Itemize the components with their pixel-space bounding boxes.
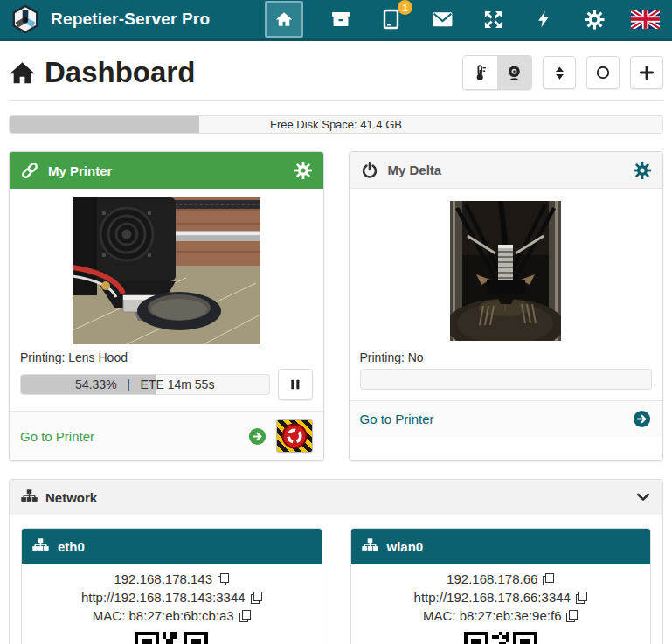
- webcam-frame: [360, 197, 653, 344]
- ip-line: 192.168.178.143: [27, 570, 316, 588]
- printer-cards-row: My Printer: [9, 151, 663, 461]
- printer-card-header: My Printer: [10, 152, 323, 189]
- server-url: http://192.168.178.66:3344: [414, 590, 571, 605]
- network-card-header: eth0: [22, 529, 322, 564]
- repetier-logo-icon: [10, 4, 40, 34]
- printer-card-body: Printing: Lens Hood 54.33% | ETE 14m 55s: [10, 189, 323, 411]
- pause-icon: [288, 377, 302, 391]
- sitemap-icon: [362, 538, 378, 555]
- interface-name: wlan0: [387, 539, 424, 554]
- nav-messages-button[interactable]: [429, 6, 455, 32]
- navbar: Repetier-Server Pro 1: [0, 0, 672, 41]
- mac-line: MAC: b8:27:eb:6b:cb:a3: [27, 606, 316, 625]
- network-card-header: wlan0: [351, 529, 651, 564]
- navbar-menu: 1: [265, 1, 662, 38]
- network-card-body: 192.168.178.66 http://192.168.178.66:334…: [351, 564, 651, 644]
- webcam-frame: [20, 197, 313, 344]
- nav-home-button[interactable]: [265, 1, 303, 38]
- network-card-eth0: eth0 192.168.178.143 http://192.168.178.…: [21, 528, 322, 644]
- emergency-stop-button[interactable]: [276, 419, 313, 453]
- print-progress-row: 54.33% | ETE 14m 55s: [20, 369, 313, 400]
- print-status: Printing: Lens Hood: [20, 350, 313, 364]
- nav-expand-button[interactable]: [480, 6, 506, 32]
- header-divider: [9, 100, 663, 101]
- print-progress-row: [360, 369, 653, 390]
- nav-language-button[interactable]: [632, 6, 658, 32]
- home-icon: [274, 10, 294, 29]
- copy-icon[interactable]: [239, 610, 251, 622]
- webcam-icon: [505, 64, 523, 82]
- url-line: http://192.168.178.66:3344: [357, 588, 646, 606]
- chevron-down-icon[interactable]: [635, 489, 651, 505]
- sitemap-icon: [21, 489, 38, 506]
- pause-button[interactable]: [278, 369, 313, 400]
- network-card-body: 192.168.178.143 http://192.168.178.143:3…: [22, 564, 322, 644]
- disk-space-bar: Free Disk Space: 41.4 GB: [9, 115, 663, 134]
- envelope-icon: [432, 9, 454, 31]
- network-panel-title: Network: [45, 490, 97, 505]
- network-panel-body: eth0 192.168.178.143 http://192.168.178.…: [10, 515, 662, 644]
- arrows-expand-icon: [483, 10, 503, 30]
- link-icon: [20, 161, 39, 180]
- ip-address: 192.168.178.143: [114, 571, 212, 586]
- app-title: Repetier-Server Pro: [51, 10, 210, 29]
- qr-code: [135, 632, 208, 644]
- display-mode-group: [462, 55, 532, 90]
- arrow-circle-right-icon[interactable]: [247, 426, 267, 447]
- gear-icon: [585, 10, 605, 30]
- printer-name: My Delta: [388, 163, 442, 177]
- thermometer-icon: [471, 64, 489, 82]
- copy-icon[interactable]: [251, 592, 262, 604]
- mac-line: MAC: b8:27:eb:3e:9e:f6: [357, 606, 646, 625]
- plus-icon: [638, 64, 655, 81]
- copy-icon[interactable]: [218, 573, 229, 585]
- nav-printjobs-button[interactable]: [328, 6, 354, 32]
- go-to-printer-link[interactable]: Go to Printer: [360, 412, 434, 426]
- printer-card-footer: Go to Printer: [350, 400, 663, 437]
- printer-card-footer: Go to Printer: [10, 411, 323, 460]
- circle-icon: [594, 64, 612, 81]
- sitemap-icon: [32, 538, 49, 555]
- emergency-stop-icon: [281, 422, 308, 450]
- archive-box-icon: [330, 9, 351, 30]
- nav-settings-button[interactable]: [581, 6, 607, 32]
- printer-card-body: Printing: No: [350, 189, 663, 400]
- mac-address: MAC: b8:27:eb:6b:cb:a3: [93, 608, 234, 623]
- lightning-bolt-icon: [535, 9, 552, 30]
- mac-address: MAC: b8:27:eb:3e:9e:f6: [423, 608, 561, 623]
- network-panel-header[interactable]: Network: [10, 480, 662, 515]
- printer-settings-gear-icon[interactable]: [294, 161, 313, 180]
- disk-space-label: Free Disk Space: 41.4 GB: [10, 116, 662, 133]
- printer-settings-gear-icon[interactable]: [633, 161, 652, 180]
- add-panel-button[interactable]: [630, 56, 663, 89]
- qr-code-wrap: [27, 632, 316, 644]
- qr-code: [464, 632, 537, 644]
- webcam-snapshot-my-printer[interactable]: [73, 197, 260, 344]
- network-panel: Network: [9, 479, 663, 644]
- ip-address: 192.168.178.66: [447, 571, 537, 586]
- go-to-printer-link[interactable]: Go to Printer: [20, 429, 94, 444]
- copy-icon[interactable]: [566, 610, 578, 622]
- qr-code-wrap: [357, 632, 646, 644]
- temperature-toggle-button[interactable]: [463, 56, 497, 89]
- sort-order-button[interactable]: [543, 56, 576, 89]
- nav-quick-actions-button[interactable]: [530, 6, 557, 32]
- notification-badge: 1: [398, 0, 412, 15]
- printer-name: My Printer: [48, 163, 112, 178]
- uk-flag-icon: [631, 10, 660, 29]
- print-progress-text: 54.33% | ETE 14m 55s: [21, 375, 269, 394]
- webcam-toggle-button[interactable]: [497, 56, 531, 89]
- webcam-snapshot-my-delta[interactable]: [450, 201, 561, 341]
- network-card-wlan0: wlan0 192.168.178.66 http://192.168.178.…: [350, 528, 652, 644]
- copy-icon[interactable]: [543, 573, 554, 585]
- url-line: http://192.168.178.143:3344: [27, 588, 316, 606]
- copy-icon[interactable]: [576, 592, 587, 604]
- nav-devices-button[interactable]: 1: [378, 6, 405, 32]
- layout-circle-button[interactable]: [586, 56, 620, 89]
- print-progress-bar: [360, 369, 653, 390]
- arrow-circle-right-icon[interactable]: [632, 409, 652, 429]
- server-url: http://192.168.178.143:3344: [81, 590, 246, 605]
- print-progress-bar: 54.33% | ETE 14m 55s: [20, 374, 270, 395]
- page-header: Dashboard: [9, 55, 663, 90]
- printer-card-my-printer: My Printer: [9, 151, 324, 461]
